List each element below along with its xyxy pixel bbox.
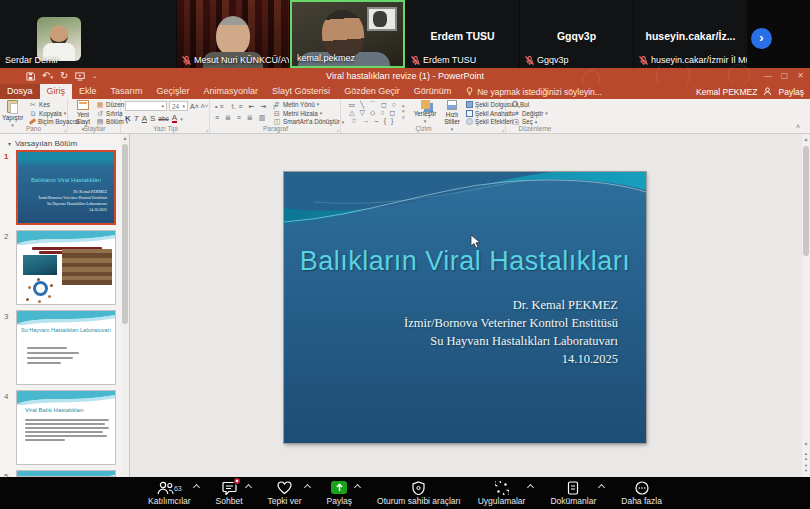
shapes-gallery-scroll[interactable]: ▴▾≡ (402, 102, 405, 120)
scroll-down-icon[interactable]: ▼ (802, 440, 810, 449)
shapes-gallery[interactable]: ▭ ╲ ⌒ ◻ ○△ ▽ ◇ ○ ◻☆ → ⌣ { } (346, 101, 400, 125)
chevron-up-icon[interactable] (527, 484, 534, 491)
slide-title-text[interactable]: Balıkların Viral Hastalıkları (284, 246, 646, 277)
alignment-buttons[interactable]: ≡ ≣ ≡ ≣ ▥ (215, 113, 267, 122)
tab-transitions[interactable]: Geçişler (150, 84, 197, 99)
current-slide[interactable]: Balıkların Viral Hastalıkları Dr. Kemal … (284, 172, 646, 443)
paste-button[interactable]: Yapıştır▾ (2, 100, 23, 128)
underwater-photo (23, 255, 57, 275)
chevron-up-icon[interactable] (304, 484, 311, 491)
slide-editing-canvas[interactable]: Balıkların Viral Hastalıkları Dr. Kemal … (130, 134, 810, 477)
participant-tile-kemal-active-speaker[interactable]: kemal.pekmez (290, 0, 405, 68)
dialog-launcher-icon[interactable]: ⌟ (336, 126, 339, 132)
reset-icon: ↺ (96, 110, 104, 117)
participant-tile-ggqv3p[interactable]: Ggqv3p Ggqv3p (520, 0, 633, 68)
slide-thumbnail-2[interactable] (16, 230, 116, 305)
chevron-up-icon[interactable] (598, 484, 605, 491)
group-label: Çizim (342, 125, 505, 132)
participant-tile-serdar[interactable]: Serdar Demir (0, 0, 176, 68)
documents-button[interactable]: Dokümanlar (550, 480, 604, 506)
replace-button[interactable]: ⇄Değiştir▾ (512, 109, 548, 118)
meeting-control-bar: 63 Katılımcılar Sohbet (0, 477, 810, 509)
previous-slide-button[interactable]: ▲▲ (802, 452, 810, 461)
react-button[interactable]: Tepki ver (268, 480, 310, 506)
dialog-launcher-icon[interactable]: ⌟ (501, 126, 504, 132)
strikethrough-button[interactable]: abc (158, 115, 168, 122)
more-button[interactable]: Daha fazla (621, 480, 662, 506)
section-header[interactable]: ▾ Varsayılan Bölüm (8, 139, 77, 148)
replace-icon: ⇄ (512, 110, 520, 117)
fish-species-grid-image (62, 249, 112, 285)
align-text-button[interactable]: ⊟Metni Hizala▾ (273, 109, 344, 118)
slide-thumbnail-panel[interactable]: ▾ Varsayılan Bölüm 1 Balıkların Viral Ha… (0, 134, 130, 477)
collapse-ribbon-icon[interactable]: ˄ (796, 123, 800, 130)
next-participants-page-button[interactable]: › (751, 28, 772, 49)
tab-file[interactable]: Dosya (0, 84, 40, 99)
tell-me-box[interactable]: Ne yapmak istediğinizi söyleyin... (466, 84, 602, 99)
participant-display-name: Ggqv3p (520, 30, 633, 42)
tab-home[interactable]: Giriş (40, 84, 73, 99)
tab-insert[interactable]: Ekle (72, 84, 104, 99)
slide-number: 4 (4, 392, 14, 401)
slide-thumbnail-1[interactable]: Balıkların Viral Hastalıkları Dr. Kemal … (16, 150, 116, 225)
slide-subtitle-text[interactable]: Dr. Kemal PEKMEZ İzmir/Bornova Veteriner… (404, 296, 618, 368)
host-tools-button[interactable]: Oturum sahibi araçları (377, 480, 461, 506)
underline-button[interactable]: A (142, 114, 147, 123)
screen-share-active-icon (331, 481, 347, 494)
arrange-button[interactable]: Yerleştir▾ (412, 100, 438, 124)
chevron-up-icon[interactable] (354, 484, 361, 491)
ppt-titlebar[interactable]: ↶▾ ↻ ⌄ Viral hastalıkları revize (1) - P… (0, 68, 810, 84)
text-shadow-button[interactable]: S (150, 114, 155, 123)
ribbon-group-clipboard: Yapıştır▾ ✂Kes ⧉Kopyala▾ Biçim Boyacısı … (0, 99, 68, 133)
shrink-font-button[interactable]: A˅ (201, 103, 209, 109)
tab-view[interactable]: Görünüm (407, 84, 459, 99)
dialog-launcher-icon[interactable]: ⌟ (205, 126, 208, 132)
slide-thumbnail-3[interactable]: Su Hayvanı Hastalıkları Laboratuvarı (16, 310, 116, 385)
italic-button[interactable]: T (134, 114, 139, 123)
font-size-combobox[interactable]: 24▾ (169, 101, 188, 111)
share-button[interactable]: Paylaş (778, 87, 804, 97)
wall-picture (367, 7, 397, 31)
tab-design[interactable]: Tasarım (104, 84, 150, 99)
copy-icon: ⧉ (29, 110, 37, 117)
participant-name-label: Mesut Nuri KÜNKCÜ/AYDIN (194, 55, 289, 65)
ribbon: Yapıştır▾ ✂Kes ⧉Kopyala▾ Biçim Boyacısı … (0, 99, 810, 134)
maximize-button[interactable]: ▢ (781, 69, 789, 83)
participants-button[interactable]: 63 Katılımcılar (148, 480, 199, 506)
thumbnail-scrollbar[interactable]: ▲ (121, 134, 129, 477)
slide-thumbnail-4[interactable]: Viral Balık Hastalıkları (16, 390, 116, 465)
canvas-scrollbar[interactable]: ▲ ▼ ▲▲ ▼▼ (802, 134, 810, 477)
lightbulb-icon (466, 87, 473, 96)
account-name[interactable]: Kemal PEKMEZ (696, 87, 757, 97)
apps-button[interactable]: Uygulamalar (478, 480, 534, 506)
participant-tile-huseyin[interactable]: huseyin.cakar/İz... huseyin.cakar/İzmir … (634, 0, 747, 68)
chat-button[interactable]: Sohbet (216, 480, 251, 506)
find-button[interactable]: Bul (512, 100, 548, 109)
font-color-button[interactable]: A (172, 114, 177, 123)
next-slide-button[interactable]: ▼▼ (802, 464, 810, 473)
dialog-launcher-icon[interactable]: ⌟ (63, 126, 66, 132)
grow-font-button[interactable]: A˄ (190, 103, 199, 110)
chevron-up-icon[interactable] (193, 484, 200, 491)
participant-tile-mesut[interactable]: Mesut Nuri KÜNKCÜ/AYDIN (177, 0, 289, 68)
scroll-up-icon[interactable]: ▲ (121, 134, 129, 143)
text-direction-button[interactable]: ⇵Metin Yönü▾ (273, 100, 344, 109)
slide-thumbnail-5[interactable] (16, 470, 116, 477)
participant-name-label: Ggqv3p (537, 55, 569, 65)
ribbon-group-font: ▾ 24▾ A˄ A˅ K T A S abc A ▾ Yazı Tipi ⌟ (122, 99, 210, 133)
participant-tile-erdem[interactable]: Erdem TUSU Erdem TUSU (406, 0, 519, 68)
people-icon (157, 481, 174, 495)
bullets-numbering-indent-buttons[interactable]: •≡ ⒈≡ ⇤ ⇥ ↕ (215, 102, 278, 111)
share-button-teams[interactable]: Paylaş (327, 480, 361, 506)
close-button[interactable]: ✕ (797, 69, 804, 83)
tab-slideshow[interactable]: Slayt Gösterisi (265, 84, 337, 99)
chevron-up-icon[interactable] (245, 484, 252, 491)
tab-review[interactable]: Gözden Geçir (337, 84, 407, 99)
font-name-combobox[interactable]: ▾ (125, 101, 167, 111)
scroll-up-icon[interactable]: ▲ (802, 135, 810, 144)
minimize-button[interactable]: — (764, 69, 772, 83)
bold-button[interactable]: K (125, 114, 131, 123)
group-label: Yazı Tipi (122, 125, 209, 132)
ribbon-tab-row: Dosya Giriş Ekle Tasarım Geçişler Animas… (0, 84, 810, 99)
tab-animations[interactable]: Animasyonlar (197, 84, 266, 99)
